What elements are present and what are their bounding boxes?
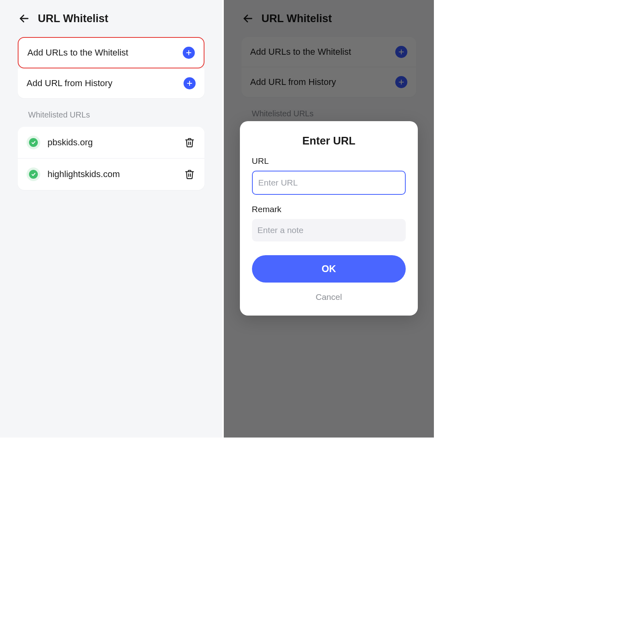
header: URL Whitelist	[224, 0, 434, 35]
add-urls-row[interactable]: Add URLs to the Whitelist	[242, 37, 417, 67]
modal-title: Enter URL	[252, 135, 406, 147]
check-badge	[27, 167, 40, 181]
back-button[interactable]	[18, 12, 31, 25]
whitelist-url: highlightskids.com	[47, 169, 176, 180]
plus-icon	[183, 47, 195, 59]
plus-icon	[184, 77, 196, 89]
add-urls-label: Add URLs to the Whitelist	[250, 47, 351, 57]
add-history-label: Add URL from History	[27, 78, 112, 89]
enter-url-modal: Enter URL URL Remark OK Cancel	[240, 121, 418, 316]
url-input[interactable]	[252, 171, 406, 195]
actions-card: Add URLs to the Whitelist Add URL from H…	[242, 37, 417, 97]
section-title: Whitelisted URLs	[18, 110, 204, 120]
plus-icon	[395, 46, 407, 58]
remark-field-label: Remark	[252, 204, 406, 214]
check-icon	[31, 172, 36, 177]
remark-input[interactable]	[252, 219, 406, 242]
back-button[interactable]	[242, 12, 254, 25]
cancel-button[interactable]: Cancel	[252, 292, 406, 302]
section-title: Whitelisted URLs	[242, 109, 417, 118]
actions-card-2: Add URL from History	[18, 68, 204, 98]
header: URL Whitelist	[0, 0, 222, 35]
trash-icon	[184, 137, 195, 148]
arrow-left-icon	[242, 13, 254, 24]
whitelist-row: pbskids.org	[18, 127, 204, 159]
actions-card: Add URLs to the Whitelist	[18, 37, 204, 68]
add-history-row[interactable]: Add URL from History	[242, 67, 417, 97]
check-icon	[31, 140, 36, 145]
screen-left: URL Whitelist Add URLs to the Whitelist …	[0, 0, 222, 438]
url-field-label: URL	[252, 156, 406, 166]
screen-right: URL Whitelist Add URLs to the Whitelist …	[224, 0, 434, 438]
add-urls-label: Add URLs to the Whitelist	[27, 47, 128, 58]
plus-icon	[395, 76, 407, 88]
whitelist-row: highlightskids.com	[18, 159, 204, 190]
ok-button[interactable]: OK	[252, 255, 406, 283]
add-urls-row[interactable]: Add URLs to the Whitelist	[19, 38, 204, 68]
add-history-label: Add URL from History	[250, 77, 336, 87]
delete-button[interactable]	[184, 168, 196, 180]
whitelist-url: pbskids.org	[47, 137, 176, 148]
arrow-left-icon	[19, 13, 30, 24]
page-title: URL Whitelist	[262, 12, 332, 25]
trash-icon	[184, 169, 195, 180]
check-badge	[27, 136, 40, 149]
delete-button[interactable]	[184, 136, 196, 149]
page-title: URL Whitelist	[38, 12, 108, 25]
trailing-whitespace	[434, 0, 644, 644]
add-history-row[interactable]: Add URL from History	[18, 68, 204, 98]
whitelist-card: pbskids.org highlightskids.com	[18, 127, 204, 190]
